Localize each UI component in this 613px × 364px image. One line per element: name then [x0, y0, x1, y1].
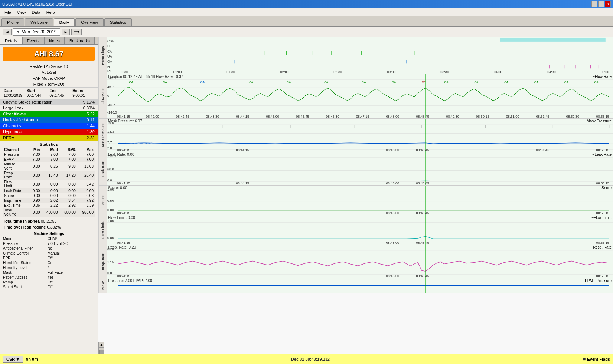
tab-profile[interactable]: Profile	[1, 18, 24, 26]
flow-time-15: 08:51:45	[536, 115, 549, 118]
rr-time-11: 08:48:45	[416, 274, 429, 278]
lr-time-17: 08:53:15	[596, 181, 609, 185]
mp-time-17: 08:53:15	[596, 148, 609, 152]
event-ca-7: CA	[392, 81, 396, 84]
tab-details[interactable]: Details	[0, 37, 22, 44]
chart-scroll[interactable]: Event Flags CSR LL CA UA OA H RE	[98, 37, 613, 342]
flag-csr-label: CSR	[107, 39, 115, 43]
chart-snore-area[interactable]: Snore: 0.00 −Snore 1.00 0.50 0.00 08:41:	[107, 186, 613, 215]
fl-time-11: 08:48:45	[416, 241, 429, 245]
maximize-button[interactable]: □	[598, 1, 604, 7]
stat-leak-rate-95: 0.00	[59, 188, 77, 193]
menu-help[interactable]: Help	[43, 9, 58, 15]
lr-time-5: 08:44:15	[236, 181, 249, 185]
minimize-button[interactable]: ─	[591, 1, 597, 7]
stat-epap-95: 7.00	[59, 157, 77, 162]
stat-row-snore: Snore 0.00 0.00 0.00 0.08	[3, 193, 95, 198]
tab-statistics[interactable]: Statistics	[104, 18, 132, 26]
tab-bookmarks[interactable]: Bookmarks	[65, 37, 95, 44]
flow-time-14: 08:51:00	[506, 115, 519, 118]
csr-button[interactable]: CSR ▼	[3, 356, 23, 363]
total-apnea-value: 00:21:53	[41, 219, 57, 223]
stat-minute-vent-max: 13.63	[77, 162, 95, 171]
right-panel: Event Flags CSR LL CA UA OA H RE	[98, 37, 613, 354]
session-date-header: Date	[3, 88, 26, 93]
stat-pressure-95: 7.00	[59, 152, 77, 157]
menu-view[interactable]: View	[14, 9, 29, 15]
snore-y-0: 0.00	[107, 208, 114, 212]
total-apnea-label: Total time in apnea	[3, 219, 40, 223]
jump-button[interactable]: ⟹	[71, 29, 82, 35]
statistics-table: Channel Min Med 95% Max Pressure 7.00 7.…	[3, 147, 95, 217]
chart-resp-rate-area[interactable]: Resp. Rate: 9.20 −Resp. Rate 35.0 17.5 0…	[107, 245, 613, 278]
event-large-leak-label: Large Leak	[3, 106, 23, 110]
stat-epap-min: 7.00	[29, 157, 41, 162]
leak-redline-row: Time over leak redline 0.302%	[0, 224, 98, 230]
scroll-up-btn[interactable]: ▲	[99, 342, 104, 348]
stat-row-epap: EPAP 7.00 7.00 7.00 7.00	[3, 157, 95, 162]
tab-events[interactable]: Events	[22, 37, 45, 44]
prev-date-button[interactable]: ◄	[3, 29, 12, 35]
menu-file[interactable]: File	[1, 9, 14, 15]
flow-y-0: 0	[107, 94, 109, 98]
setting-humidity-level-label: Humidity Level	[3, 266, 48, 270]
event-ca-3: CA	[249, 81, 254, 84]
stat-insp-time-min: 0.90	[29, 198, 41, 203]
tab-welcome[interactable]: Welcome	[25, 18, 53, 26]
event-ca-5: CA	[324, 81, 329, 84]
tab-notes[interactable]: Notes	[44, 37, 65, 44]
setting-mask: Mask Full Face	[3, 270, 95, 275]
chart-leak-rate-svg: 120.0 60.0 0.0 08:41:15 08:44:15 08:48:0…	[107, 152, 613, 185]
tab-daily[interactable]: Daily	[54, 18, 75, 26]
event-rera-label: RERA	[3, 135, 14, 140]
chart-mask-pressure-area[interactable]: Mask Pressure: 6.97 −Mask Pressure 19.0 …	[107, 119, 613, 152]
col-channel: Channel	[3, 147, 29, 152]
chart-epap-area[interactable]: Pressure: 7.00 EPAP: 7.00 −EPAP−Pressure	[107, 278, 613, 293]
snore-time-10: 08:48:00	[386, 211, 399, 215]
event-ca-4: CA	[287, 81, 291, 84]
stat-row-insp-time: Insp. Time 0.90 2.02 3.54 7.92	[3, 198, 95, 203]
status-event-flags-label: Event Flags	[587, 357, 610, 361]
mp-time-11: 08:48:45	[416, 148, 429, 152]
machine-settings: Machine Settings Mode CPAP Pressure 7.00…	[0, 230, 98, 291]
flow-time-1: 08:41:15	[117, 115, 130, 118]
rr-time-17: 08:53:15	[596, 274, 609, 278]
flow-time-13: 08:50:15	[476, 115, 489, 118]
event-ca-10: CA	[504, 81, 509, 84]
next-date-button[interactable]: ►	[62, 29, 70, 35]
date-dropdown-arrow[interactable]: ▼	[16, 30, 20, 34]
scroll-thumb[interactable]	[99, 350, 104, 354]
chart-event-flags-area[interactable]: CSR LL CA UA OA H RE	[107, 37, 613, 74]
flow-time-8: 08:46:30	[326, 115, 339, 118]
lr-y-0: 0.0	[107, 178, 112, 182]
event-obstructive-value: 1.44	[87, 124, 95, 128]
setting-smart-start-label: Smart Start	[3, 285, 48, 289]
flow-time-17: 08:53:15	[596, 115, 609, 118]
stat-snore-med: 0.00	[41, 193, 59, 198]
chart-leak-rate-area[interactable]: Leak Rate: 0.00 −Leak Rate 120.0 60.0 0.…	[107, 152, 613, 185]
close-button[interactable]: ✕	[605, 1, 611, 7]
chart-resp-rate: Resp. Rate Resp. Rate: 9.20 −Resp. Rate …	[98, 245, 613, 278]
tab-overview[interactable]: Overview	[75, 18, 104, 26]
flow-time-6: 08:45:00	[266, 115, 279, 118]
chart-flow-rate-svg: 140.0 46.7 0 -46.7 -140.0 CA CA OA CA CA…	[107, 74, 613, 118]
setting-humidifier-value: On	[48, 261, 95, 265]
mask-pressure-header: Mask Pressure: 6.97	[108, 119, 142, 123]
chart-flow-limit-area[interactable]: Flow Limit.: 0.00 −Flow Limit. 1.00 0.00…	[107, 215, 613, 245]
lr-time-10: 08:48:00	[386, 181, 399, 185]
session-info: Date Start End Hours 12/31/2019 00:17:44…	[0, 87, 98, 99]
session-hours: 9:00:01	[72, 93, 95, 98]
flow-limit-header-right: −Flow Limit.	[591, 216, 612, 220]
right-scrollbar[interactable]: ▲ ▼	[98, 342, 104, 354]
chart-flow-rate-area[interactable]: Duration 00:12:49 AHI 65.48 Flow Rate: -…	[107, 74, 613, 118]
mp-time-1: 08:41:15	[117, 148, 130, 152]
main-layout: Details Events Notes Bookmarks AHI 8.67 …	[0, 37, 613, 354]
flow-time-12: 08:49:30	[446, 115, 459, 118]
mask-pressure-header-right: −Mask Pressure	[584, 119, 612, 123]
time-01-00: 01:00	[173, 70, 182, 74]
event-clear-airway-label: Clear Airway	[3, 112, 26, 116]
stat-insp-time-label: Insp. Time	[3, 198, 29, 203]
menu-data[interactable]: Data	[29, 9, 43, 15]
event-ca-12: CA	[564, 81, 569, 84]
setting-pressure-value: 7.00 cmH2O	[48, 242, 95, 246]
